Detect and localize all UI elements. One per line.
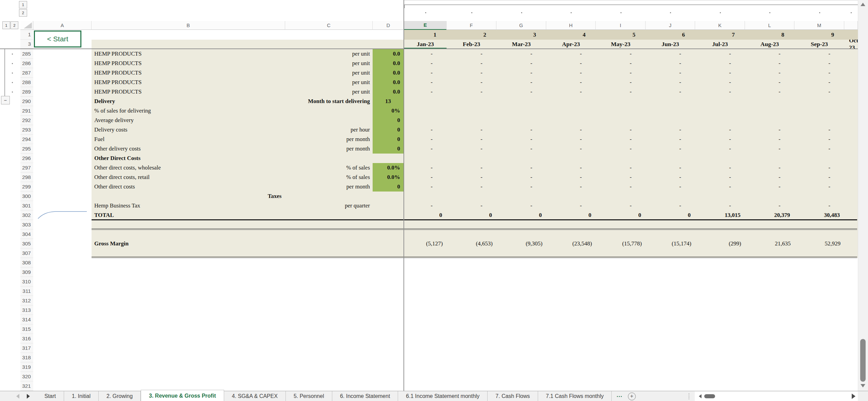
- column-header-A[interactable]: A: [33, 21, 92, 30]
- row-label-cell[interactable]: HEMP PRODUCTS: [94, 59, 284, 68]
- total-value-cell[interactable]: 30,483: [794, 210, 844, 220]
- gross-margin-value-cell[interactable]: (23,548): [546, 239, 596, 248]
- data-cell-empty[interactable]: -: [745, 78, 794, 87]
- input-value-cell[interactable]: 0: [373, 116, 403, 125]
- data-cell-empty[interactable]: -: [496, 78, 546, 87]
- data-cell-empty[interactable]: -: [496, 87, 546, 97]
- data-cell-empty[interactable]: -: [695, 125, 745, 135]
- data-cell-empty[interactable]: -: [496, 163, 546, 173]
- total-value-cell[interactable]: 0: [646, 210, 695, 220]
- sheet-scroll-left-icon[interactable]: [699, 394, 702, 398]
- row-header-320[interactable]: 320: [20, 372, 33, 381]
- input-value-cell[interactable]: 0%: [373, 106, 403, 116]
- gross-margin-value-cell[interactable]: (15,778): [596, 239, 646, 248]
- row-header-317[interactable]: 317: [20, 343, 33, 353]
- data-cell-empty[interactable]: -: [745, 182, 794, 192]
- data-cell-empty[interactable]: -: [546, 144, 596, 154]
- total-value-cell[interactable]: 0: [404, 210, 447, 220]
- data-cell-empty[interactable]: -: [447, 87, 496, 97]
- data-cell-empty[interactable]: -: [447, 49, 496, 59]
- row-header-313[interactable]: 313: [20, 305, 33, 315]
- data-cell-empty[interactable]: -: [447, 144, 496, 154]
- row-header-288[interactable]: 288: [20, 78, 33, 87]
- total-value-cell[interactable]: 20,379: [745, 210, 794, 220]
- data-cell-empty[interactable]: -: [646, 125, 695, 135]
- input-value-cell[interactable]: 0: [373, 144, 403, 154]
- data-cell-empty[interactable]: -: [794, 49, 844, 59]
- data-cell-empty[interactable]: -: [404, 49, 447, 59]
- month-header-cell[interactable]: Sep-23: [794, 40, 844, 48]
- data-cell-empty[interactable]: -: [596, 59, 646, 68]
- row-label-cell[interactable]: % of sales for delivering: [94, 106, 284, 116]
- sheet-tab-5[interactable]: 5. Personnel: [286, 391, 332, 401]
- data-cell-empty[interactable]: -: [794, 87, 844, 97]
- data-cell-empty[interactable]: -: [546, 87, 596, 97]
- data-cell-empty[interactable]: -: [546, 201, 596, 210]
- data-cell-empty[interactable]: -: [695, 182, 745, 192]
- row-header-291[interactable]: 291: [20, 106, 33, 116]
- data-cell-empty[interactable]: -: [496, 59, 546, 68]
- row-header-302[interactable]: 302: [20, 210, 33, 220]
- sheet-tab-7[interactable]: 6.1 Income Statement monthly: [398, 391, 488, 401]
- data-cell-empty[interactable]: -: [695, 201, 745, 210]
- column-outline-level-button-2[interactable]: 2: [19, 9, 27, 17]
- month-header-cell[interactable]: Apr-23: [546, 40, 596, 48]
- data-cell-empty[interactable]: -: [546, 78, 596, 87]
- data-cell-empty[interactable]: -: [447, 135, 496, 144]
- row-header-309[interactable]: 309: [20, 267, 33, 277]
- sheet-tab-3[interactable]: 3. Revenue & Gross Profit: [141, 390, 224, 401]
- data-cell-empty[interactable]: -: [794, 182, 844, 192]
- row-header-318[interactable]: 318: [20, 353, 33, 362]
- tab-overflow-indicator[interactable]: ...: [616, 392, 622, 399]
- row-header-304[interactable]: 304: [20, 229, 33, 239]
- period-number-cell[interactable]: 6: [646, 30, 695, 40]
- input-value-cell[interactable]: 0.0: [373, 68, 403, 78]
- data-cell-empty[interactable]: -: [695, 78, 745, 87]
- data-cell-empty[interactable]: -: [646, 87, 695, 97]
- data-cell-empty[interactable]: -: [794, 135, 844, 144]
- row-label-cell[interactable]: HEMP PRODUCTS: [94, 68, 284, 78]
- data-cell-empty[interactable]: -: [404, 182, 447, 192]
- input-value-cell[interactable]: 0.0%: [373, 163, 403, 173]
- input-value-cell[interactable]: 13: [373, 97, 403, 106]
- row-label-cell[interactable]: Other direct costs, retail: [94, 173, 284, 182]
- row-header-1[interactable]: 1: [20, 30, 33, 40]
- gross-margin-value-cell[interactable]: 52,929: [794, 239, 844, 248]
- row-outline-level-button-2[interactable]: 2: [11, 21, 18, 29]
- data-cell-empty[interactable]: -: [546, 135, 596, 144]
- data-cell-empty[interactable]: -: [646, 163, 695, 173]
- row-header-312[interactable]: 312: [20, 296, 33, 305]
- input-value-cell[interactable]: 0.0: [373, 87, 403, 97]
- gross-margin-value-cell[interactable]: (4,653): [447, 239, 496, 248]
- data-cell-empty[interactable]: -: [794, 163, 844, 173]
- row-header-303[interactable]: 303: [20, 220, 33, 229]
- column-header-I[interactable]: I: [596, 21, 646, 30]
- gross-margin-value-cell[interactable]: (299): [695, 239, 745, 248]
- month-header-cell[interactable]: Jun-23: [646, 40, 695, 48]
- column-header-C[interactable]: C: [285, 21, 373, 30]
- data-cell-empty[interactable]: -: [596, 163, 646, 173]
- input-value-cell[interactable]: 0.0: [373, 49, 403, 59]
- data-cell-empty[interactable]: -: [596, 78, 646, 87]
- data-cell-empty[interactable]: -: [695, 173, 745, 182]
- data-cell-empty[interactable]: -: [596, 173, 646, 182]
- row-header-295[interactable]: 295: [20, 144, 33, 154]
- column-header-H[interactable]: H: [546, 21, 596, 30]
- data-cell-empty[interactable]: -: [646, 144, 695, 154]
- month-header-cell-partial[interactable]: Oct-23: [844, 40, 858, 48]
- data-cell-empty[interactable]: -: [496, 182, 546, 192]
- data-cell-empty[interactable]: -: [404, 59, 447, 68]
- data-cell-empty[interactable]: -: [404, 163, 447, 173]
- data-cell-empty[interactable]: -: [745, 144, 794, 154]
- data-cell-empty[interactable]: -: [447, 125, 496, 135]
- gross-margin-label-cell[interactable]: Gross Margin: [94, 239, 196, 248]
- period-number-cell[interactable]: 4: [546, 30, 596, 40]
- data-cell-empty[interactable]: -: [695, 68, 745, 78]
- sheet-scrollbar-thumb[interactable]: [704, 394, 715, 398]
- data-cell-empty[interactable]: -: [596, 144, 646, 154]
- data-cell-empty[interactable]: -: [546, 182, 596, 192]
- data-cell-empty[interactable]: -: [447, 201, 496, 210]
- data-cell-empty[interactable]: -: [745, 201, 794, 210]
- data-cell-empty[interactable]: -: [646, 182, 695, 192]
- data-cell-empty[interactable]: -: [794, 78, 844, 87]
